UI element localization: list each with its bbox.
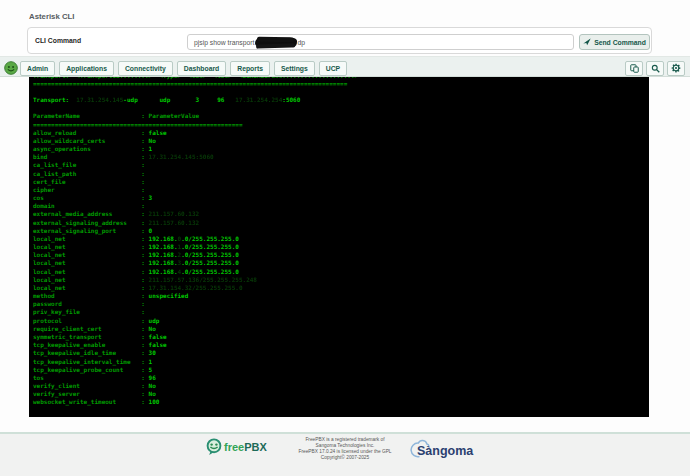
gear-icon (671, 63, 681, 73)
redaction-scribble (255, 37, 297, 46)
settings-button[interactable] (667, 61, 685, 76)
nav-item-ucp[interactable]: UCP (319, 61, 347, 76)
nav-right-buttons (625, 61, 685, 76)
cli-command-label: CLI Command (35, 37, 81, 44)
footer: freePBX FreePBX is a registered trademar… (0, 434, 690, 476)
freepbx-footer-logo-icon (206, 438, 222, 456)
sangoma-logo[interactable]: Sàngoma (408, 439, 473, 458)
language-icon (630, 64, 639, 73)
nav-items: AdminApplicationsConnectivityDashboardRe… (20, 61, 347, 76)
nav-item-applications[interactable]: Applications (59, 61, 114, 76)
cli-output-terminal[interactable]: Transport: <TransportId........> <Type> … (29, 77, 649, 417)
nav-item-admin[interactable]: Admin (20, 61, 55, 76)
language-button[interactable] (625, 61, 643, 76)
nav-item-reports[interactable]: Reports (230, 61, 270, 76)
cli-command-text-suffix: dp (297, 39, 305, 46)
footer-license-text: FreePBX is a registered trademark ofSang… (285, 437, 405, 461)
nav-item-dashboard[interactable]: Dashboard (177, 61, 227, 76)
search-icon (651, 64, 660, 73)
cli-command-text: pjsip show transport (194, 39, 254, 46)
main-navbar: AdminApplicationsConnectivityDashboardRe… (0, 56, 690, 77)
cli-command-panel: CLI Command pjsip show transport dp Send… (27, 27, 652, 54)
freepbx-logo-icon[interactable] (4, 61, 18, 75)
cli-command-input[interactable]: pjsip show transport dp (187, 34, 574, 50)
search-button[interactable] (646, 61, 664, 76)
freepbx-footer-logo[interactable]: freePBX (206, 438, 267, 456)
send-icon (583, 38, 591, 46)
nav-item-settings[interactable]: Settings (274, 61, 315, 76)
page-title: Asterisk CLI (29, 12, 75, 21)
send-command-button[interactable]: Send Command (579, 34, 650, 50)
nav-item-connectivity[interactable]: Connectivity (118, 61, 173, 76)
terminal-output: Transport: <TransportId........> <Type> … (29, 77, 649, 407)
